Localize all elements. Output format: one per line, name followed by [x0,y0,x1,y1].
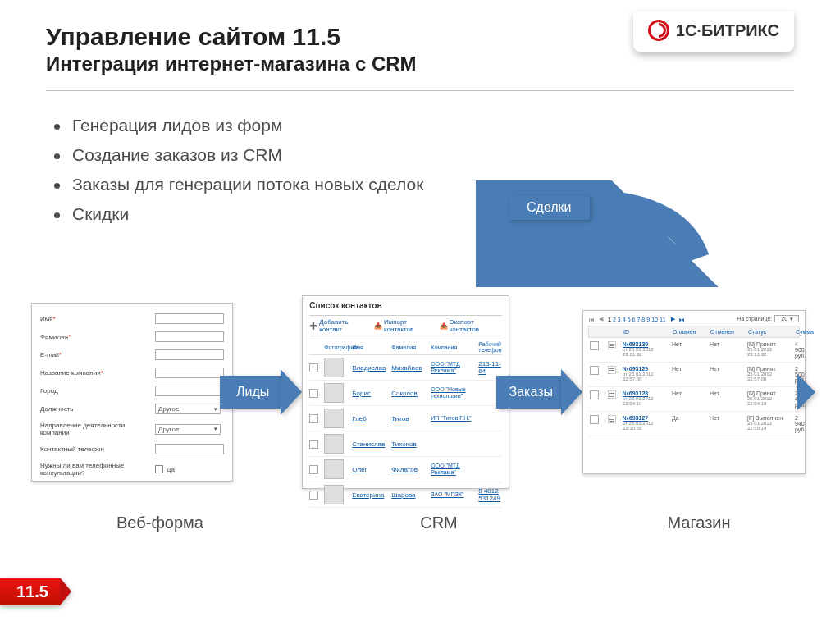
direction-select[interactable]: Другое [155,424,221,435]
contact-name[interactable]: Владислав [352,364,388,372]
contact-surname[interactable]: Михайлов [391,364,427,372]
order-row[interactable]: №693128от 25.01.2012 22:54:10НетНет[N] П… [588,387,800,412]
crm-row[interactable]: ОлегФилатовООО "МТД Реклама" [309,457,501,482]
order-status[interactable]: [F] Выполнен [747,415,783,421]
crm-export[interactable]: 📤 Экспорт контактов [440,318,502,333]
position-select[interactable]: Другое [155,404,221,414]
pager-first-icon[interactable]: ⏮ [588,317,596,322]
row-checkbox[interactable] [590,415,599,424]
contact-company: ООО "Новые технологии" [431,386,475,399]
order-status[interactable]: [N] Принят [747,390,776,396]
crm-row[interactable]: СтаниславТихонов [309,431,501,457]
crm-add-contact[interactable]: ➕ Добавить контакт [309,318,369,333]
contact-company: ООО "МТД Реклама" [431,463,475,475]
row-checkbox[interactable] [309,465,318,474]
order-id[interactable]: №693128 [623,390,648,396]
contact-surname[interactable]: Тихонов [391,441,427,448]
contact-surname[interactable]: Титов [391,415,427,422]
row-menu-icon[interactable] [608,341,616,349]
orders-arrow-label: Заказы [509,385,553,399]
version-tag: 11.5 [0,578,71,605]
bullet-item: Заказы для генерации потока новых сделок [54,170,840,199]
row-menu-icon[interactable] [608,415,616,423]
leads-arrow-label: Лиды [236,385,269,399]
row-checkbox[interactable] [590,341,599,350]
contact-phone[interactable]: 8 4012 531249 [478,487,501,502]
contact-photo [324,409,344,428]
perpage-select[interactable]: 20 ▾ [774,315,799,322]
crm-panel: Список контактов ➕ Добавить контакт 📥 Им… [302,295,509,489]
order-id[interactable]: №693130 [623,341,648,347]
contact-name[interactable]: Глеб [352,415,388,422]
out-arrow [797,374,815,410]
order-id[interactable]: №693127 [623,415,648,421]
row-checkbox[interactable] [309,414,318,423]
page-title: Управление сайтом 11.5 [46,23,417,51]
contact-surname[interactable]: Шарова [391,491,427,499]
pager-page[interactable]: 3 [617,317,622,322]
pager-last-icon[interactable]: ⏭ [678,317,686,322]
phone-input[interactable] [155,444,224,454]
bullet-item: Создание заказов из CRM [54,140,840,170]
order-sum: 4 900 руб. [795,341,806,358]
consult-checkbox[interactable] [155,465,163,473]
pager-page[interactable]: 2 [612,317,617,322]
pager-page[interactable]: 5 [627,317,632,322]
order-paid: Нет [672,390,706,396]
city-input[interactable] [155,386,224,396]
email-input[interactable] [155,349,224,360]
order-cancelled: Нет [710,366,744,372]
contact-photo [324,459,344,479]
row-checkbox[interactable] [309,440,318,449]
store-table-head: IDОплаченОтмененСтатусСумма [588,326,800,338]
row-menu-icon[interactable] [608,390,616,399]
webform-panel: Имя* Фамилия* E-mail* Название компании*… [31,303,233,482]
contact-surname[interactable]: Филатов [391,466,427,473]
row-checkbox[interactable] [590,390,599,399]
order-row[interactable]: №693127от 25.01.2012 22:35:56ДаНет[F] Вы… [588,412,800,436]
order-id[interactable]: №693129 [623,366,648,372]
name-input[interactable] [155,313,224,324]
crm-row[interactable]: ЕкатеринаШароваЗАО "МПЗК"8 4012 531249 [309,482,501,508]
row-menu-icon[interactable] [608,366,616,374]
surname-input[interactable] [155,331,224,342]
crm-title: Список контактов [309,301,501,310]
caption-webform: Веб-форма [0,514,320,532]
pager-page[interactable]: 4 [622,317,627,322]
contact-name[interactable]: Олег [352,466,388,473]
contact-name[interactable]: Станислав [352,441,388,448]
order-row[interactable]: №693129от 25.01.2012 22:57:00НетНет[N] П… [588,363,800,387]
contact-photo [324,434,344,454]
leads-arrow: Лиды [220,369,302,415]
pager-page[interactable]: 10 [651,317,659,322]
bullet-item: Скидки [54,199,840,229]
pager: ⏮ ◀ 1234567891011 ▶ ⏭ На странице: 20 ▾ [588,316,800,322]
row-checkbox[interactable] [309,389,318,398]
crm-row[interactable]: ГлебТитовИП "Титов Г.Н." [309,406,501,431]
crm-row[interactable]: БорисСоколовООО "Новые технологии" [309,381,501,406]
order-cancelled: Нет [710,415,744,421]
store-panel: ⏮ ◀ 1234567891011 ▶ ⏭ На странице: 20 ▾ … [582,310,806,474]
contact-surname[interactable]: Соколов [391,390,427,397]
order-cancelled: Нет [710,341,744,347]
crm-import[interactable]: 📥 Импорт контактов [374,318,435,333]
order-status[interactable]: [N] Принят [747,341,776,347]
contact-company: ИП "Титов Г.Н." [431,415,475,422]
row-checkbox[interactable] [590,366,599,375]
bullet-list: Генерация лидов из форм Создание заказов… [0,91,840,229]
company-input[interactable] [155,368,224,378]
contact-name[interactable]: Борис [352,390,388,397]
contact-name[interactable]: Екатерина [352,491,388,499]
caption-crm: CRM [320,514,558,532]
pager-next-icon[interactable]: ▶ [670,316,676,322]
order-paid: Да [672,415,706,421]
pager-page[interactable]: 11 [659,317,667,322]
order-row[interactable]: №693130от 25.01.2012 23:11:32НетНет[N] П… [588,338,800,363]
order-status[interactable]: [N] Принят [747,366,776,372]
order-paid: Нет [672,366,706,372]
row-checkbox[interactable] [309,363,318,372]
pager-prev-icon[interactable]: ◀ [598,316,604,322]
crm-row[interactable]: ВладиславМихайловООО "МТД Реклама"213-11… [309,355,501,381]
logo-bitrix: 1С·БИТРИКС [633,11,794,52]
row-checkbox[interactable] [309,491,318,500]
